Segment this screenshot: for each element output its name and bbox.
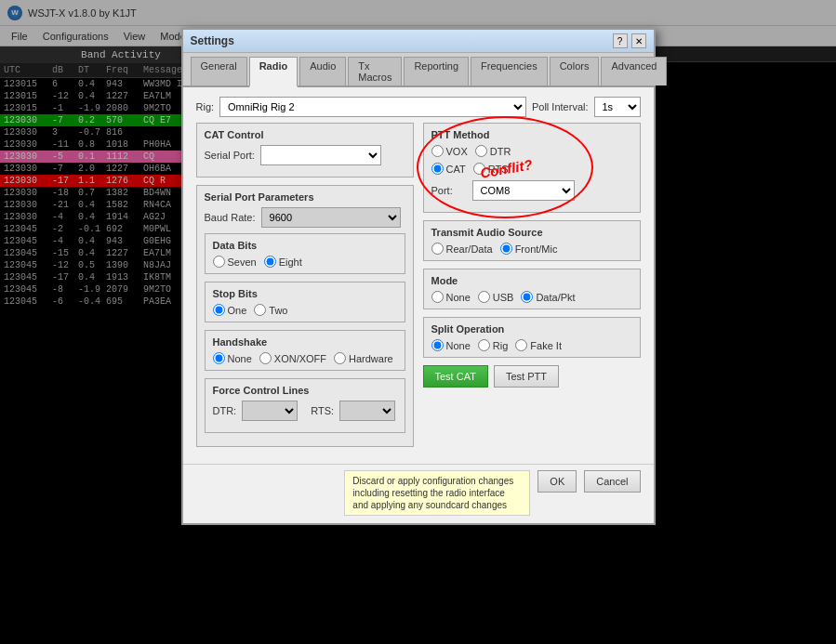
- ptt-rts[interactable]: RTS: [473, 163, 509, 175]
- port-row: Port: COM8: [431, 180, 632, 201]
- serial-port-select[interactable]: [260, 145, 381, 165]
- ptt-cat-label: CAT: [446, 164, 466, 175]
- settings-dialog: Settings ? ✕ General Radio Audio Tx Macr…: [181, 28, 656, 525]
- handshake-none-radio[interactable]: [213, 352, 225, 364]
- split-section: Split Operation None Rig: [423, 317, 641, 358]
- ptt-cat[interactable]: CAT: [431, 163, 466, 175]
- split-none-radio[interactable]: [431, 339, 444, 351]
- right-column: PTT Method VOX DTR: [423, 123, 641, 454]
- audio-front-label: Front/Mic: [515, 243, 558, 255]
- test-ptt-button[interactable]: Test PTT: [494, 365, 559, 388]
- rts-label: RTS:: [311, 405, 334, 416]
- tab-audio[interactable]: Audio: [299, 57, 346, 85]
- dialog-controls: ? ✕: [613, 33, 646, 48]
- data-bits-seven[interactable]: Seven: [213, 256, 257, 268]
- dialog-close-button[interactable]: ✕: [631, 33, 646, 48]
- stop-bits-two-radio[interactable]: [254, 304, 266, 316]
- data-bits-group: Seven Eight: [213, 256, 397, 268]
- handshake-title: Handshake: [213, 336, 397, 348]
- mode-none-radio[interactable]: [431, 291, 444, 303]
- split-rig[interactable]: Rig: [478, 339, 509, 351]
- dialog-columns: CAT Control Serial Port: Serial Port Par…: [196, 123, 641, 454]
- mode-none[interactable]: None: [431, 291, 471, 303]
- ptt-dtr-radio[interactable]: [475, 145, 487, 157]
- cat-section-title: CAT Control: [205, 129, 405, 140]
- ptt-vox[interactable]: VOX: [431, 145, 468, 157]
- split-fakeit-label: Fake It: [530, 340, 562, 351]
- handshake-hw[interactable]: Hardware: [334, 352, 393, 364]
- split-none[interactable]: None: [431, 339, 471, 351]
- stop-bits-one-radio[interactable]: [213, 304, 225, 316]
- mode-usb[interactable]: USB: [478, 291, 514, 303]
- handshake-hw-radio[interactable]: [334, 352, 346, 364]
- ptt-section-title: PTT Method: [431, 129, 632, 140]
- stop-bits-two[interactable]: Two: [254, 304, 287, 316]
- serial-port-row: Serial Port:: [205, 145, 405, 165]
- tab-advanced[interactable]: Advanced: [601, 57, 667, 85]
- dialog-help-button[interactable]: ?: [613, 33, 628, 48]
- dtr-select[interactable]: [242, 401, 298, 421]
- ok-button[interactable]: OK: [537, 470, 577, 493]
- audio-rear-label: Rear/Data: [446, 243, 493, 255]
- split-rig-radio[interactable]: [478, 339, 490, 351]
- ptt-rts-label: RTS: [488, 164, 509, 175]
- stop-bits-one[interactable]: One: [213, 304, 247, 316]
- force-control-box: Force Control Lines DTR: RTS:: [205, 378, 405, 433]
- tab-frequencies[interactable]: Frequencies: [471, 57, 548, 85]
- tab-radio[interactable]: Radio: [249, 57, 299, 87]
- split-fakeit-radio[interactable]: [515, 339, 527, 351]
- mode-datapkt-radio[interactable]: [521, 291, 533, 303]
- cancel-button[interactable]: Cancel: [584, 470, 640, 493]
- ptt-dtr[interactable]: DTR: [475, 145, 511, 157]
- dialog-tabs: General Radio Audio Tx Macros Reporting …: [183, 53, 654, 87]
- port-label: Port:: [431, 185, 467, 196]
- force-control-title: Force Control Lines: [213, 385, 397, 396]
- audio-source-group: Rear/Data Front/Mic: [431, 243, 632, 255]
- data-bits-eight-label: Eight: [279, 256, 302, 268]
- tab-reporting[interactable]: Reporting: [404, 57, 469, 85]
- handshake-xon[interactable]: XON/XOFF: [259, 352, 326, 364]
- audio-front[interactable]: Front/Mic: [500, 243, 558, 255]
- data-bits-eight-radio[interactable]: [264, 256, 276, 268]
- cat-control-section: CAT Control Serial Port:: [196, 123, 414, 177]
- ptt-vox-radio[interactable]: [431, 145, 444, 157]
- handshake-box: Handshake None XON/XOFF: [205, 330, 405, 371]
- mode-datapkt[interactable]: Data/Pkt: [521, 291, 575, 303]
- poll-select[interactable]: 1s: [594, 97, 641, 117]
- baud-rate-select[interactable]: 9600: [261, 207, 401, 228]
- handshake-xon-label: XON/XOFF: [274, 353, 326, 364]
- stop-bits-title: Stop Bits: [213, 288, 397, 299]
- audio-rear[interactable]: Rear/Data: [431, 243, 493, 255]
- tab-general[interactable]: General: [191, 57, 247, 85]
- dialog-title: Settings: [191, 34, 234, 47]
- ptt-method-group: VOX DTR: [431, 145, 632, 157]
- serial-params-title: Serial Port Parameters: [205, 191, 405, 203]
- handshake-none[interactable]: None: [213, 352, 252, 364]
- data-bits-eight[interactable]: Eight: [264, 256, 302, 268]
- port-select[interactable]: COM8: [472, 180, 575, 201]
- test-cat-button[interactable]: Test CAT: [423, 365, 488, 388]
- tooltip-text: Discard or apply configuration changes i…: [344, 470, 530, 516]
- tab-tx-macros[interactable]: Tx Macros: [348, 57, 402, 85]
- audio-rear-radio[interactable]: [431, 243, 444, 255]
- tab-colors[interactable]: Colors: [550, 57, 600, 85]
- ptt-method-group2: CAT RTS: [431, 163, 632, 175]
- ptt-cat-radio[interactable]: [431, 163, 444, 175]
- rig-select[interactable]: OmniRig Rig 2: [219, 97, 526, 117]
- mode-datapkt-label: Data/Pkt: [536, 292, 575, 303]
- split-fakeit[interactable]: Fake It: [515, 339, 562, 351]
- ptt-rts-radio[interactable]: [473, 163, 485, 175]
- data-bits-seven-radio[interactable]: [213, 256, 225, 268]
- rts-select[interactable]: [339, 401, 395, 421]
- transmit-audio-section: Transmit Audio Source Rear/Data Front/Mi…: [423, 220, 641, 261]
- mode-usb-radio[interactable]: [478, 291, 490, 303]
- dialog-footer: Discard or apply configuration changes i…: [183, 464, 654, 523]
- handshake-none-label: None: [228, 353, 252, 364]
- audio-front-radio[interactable]: [500, 243, 512, 255]
- left-column: CAT Control Serial Port: Serial Port Par…: [196, 123, 414, 454]
- baud-rate-label: Baud Rate:: [205, 212, 256, 223]
- dialog-overlay: Settings ? ✕ General Radio Audio Tx Macr…: [0, 0, 836, 644]
- force-lines-row: DTR: RTS:: [213, 401, 397, 421]
- handshake-xon-radio[interactable]: [259, 352, 272, 364]
- dtr-label: DTR:: [213, 405, 237, 416]
